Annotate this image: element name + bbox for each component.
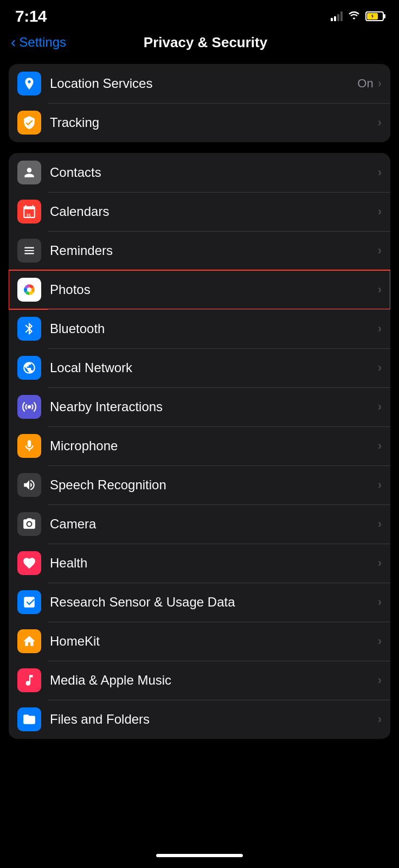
row-tracking[interactable]: Tracking › [9,103,390,142]
bluetooth-chevron: › [378,322,382,336]
battery-icon [365,11,384,21]
home-indicator-area [0,845,399,868]
reminders-label: Reminders [50,243,378,258]
row-microphone[interactable]: Microphone › [9,426,390,465]
svg-text:31: 31 [27,213,31,218]
homekit-label: HomeKit [50,634,378,649]
tracking-label: Tracking [50,115,378,130]
research-sensor-chevron: › [378,595,382,609]
wifi-icon [348,11,360,22]
row-photos[interactable]: Photos › [9,270,390,309]
homekit-chevron: › [378,634,382,648]
tracking-chevron: › [378,116,382,130]
nav-bar: ‹ Settings Privacy & Security [0,29,399,60]
reminders-chevron: › [378,244,382,258]
row-bluetooth[interactable]: Bluetooth › [9,309,390,348]
back-button[interactable]: ‹ Settings [11,34,66,51]
location-services-chevron: › [378,76,382,91]
bluetooth-label: Bluetooth [50,321,378,336]
section-permissions: Contacts › 31 Calendars › Reminders › [9,153,390,739]
research-sensor-icon [17,590,41,614]
location-services-icon [17,72,41,95]
row-reminders[interactable]: Reminders › [9,231,390,270]
row-speech-recognition[interactable]: Speech Recognition › [9,465,390,505]
health-icon [17,551,41,575]
nearby-interactions-icon [17,395,41,419]
svg-point-3 [27,288,32,292]
bluetooth-icon [17,317,41,341]
health-chevron: › [378,556,382,570]
calendars-label: Calendars [50,204,378,219]
nearby-interactions-chevron: › [378,400,382,414]
row-homekit[interactable]: HomeKit › [9,622,390,661]
row-research-sensor[interactable]: Research Sensor & Usage Data › [9,583,390,622]
status-time: 7:14 [15,7,47,25]
contacts-label: Contacts [50,165,378,180]
row-calendars[interactable]: 31 Calendars › [9,192,390,231]
local-network-icon [17,356,41,380]
location-services-label: Location Services [50,76,357,91]
media-apple-music-label: Media & Apple Music [50,673,378,688]
back-label: Settings [19,35,66,50]
health-label: Health [50,556,378,571]
photos-icon [17,278,41,302]
row-files[interactable]: Files and Folders › [9,700,390,739]
files-label: Files and Folders [50,712,378,727]
row-location-services[interactable]: Location Services On › [9,64,390,103]
page-title: Privacy & Security [66,34,345,51]
contacts-chevron: › [378,165,382,180]
local-network-chevron: › [378,361,382,375]
reminders-icon [17,239,41,263]
media-apple-music-icon [17,668,41,692]
row-contacts[interactable]: Contacts › [9,153,390,192]
svg-point-4 [28,405,31,409]
local-network-label: Local Network [50,360,378,375]
row-media-apple-music[interactable]: Media & Apple Music › [9,661,390,700]
svg-marker-0 [371,14,374,18]
speech-recognition-label: Speech Recognition [50,477,378,493]
row-camera[interactable]: Camera › [9,505,390,544]
section-top: Location Services On › Tracking › [9,64,390,142]
location-services-value: On [357,76,373,91]
row-nearby-interactions[interactable]: Nearby Interactions › [9,387,390,426]
camera-chevron: › [378,517,382,531]
tracking-icon [17,111,41,135]
contacts-icon [17,161,41,184]
camera-label: Camera [50,516,378,532]
microphone-label: Microphone [50,438,378,454]
photos-chevron: › [378,283,382,297]
home-indicator [156,854,243,857]
files-chevron: › [378,712,382,726]
research-sensor-label: Research Sensor & Usage Data [50,595,378,610]
status-bar: 7:14 [0,0,399,29]
homekit-icon [17,629,41,653]
speech-recognition-icon [17,473,41,497]
files-icon [17,707,41,731]
media-apple-music-chevron: › [378,673,382,687]
microphone-icon [17,434,41,458]
camera-icon [17,512,41,536]
speech-recognition-chevron: › [378,478,382,492]
row-local-network[interactable]: Local Network › [9,348,390,387]
microphone-chevron: › [378,439,382,453]
calendars-icon: 31 [17,200,41,224]
calendars-chevron: › [378,205,382,219]
back-chevron-icon: ‹ [11,34,16,51]
signal-icon [331,11,343,21]
photos-label: Photos [50,282,378,297]
nearby-interactions-label: Nearby Interactions [50,399,378,414]
row-health[interactable]: Health › [9,544,390,583]
status-icons [331,11,384,22]
